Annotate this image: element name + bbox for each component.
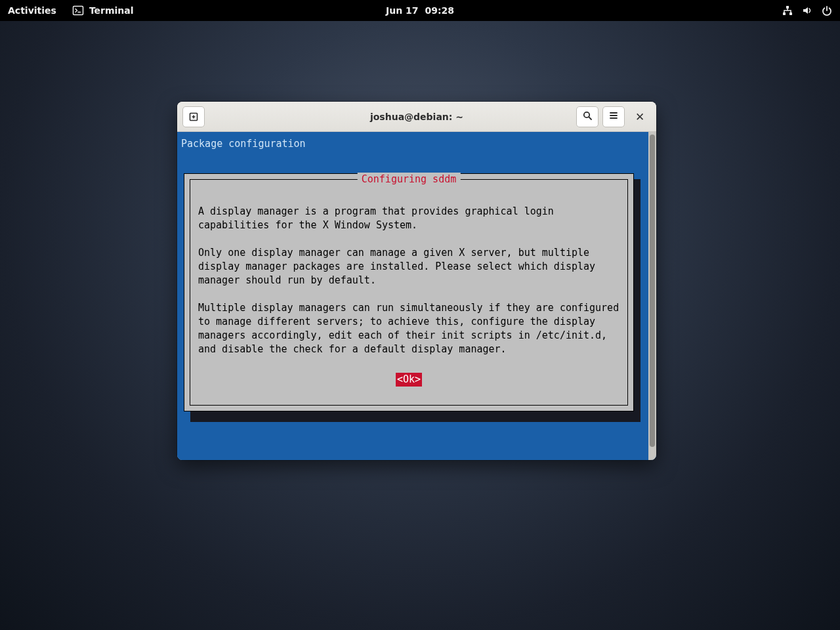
hamburger-icon — [608, 110, 619, 123]
close-button[interactable]: ✕ — [629, 106, 651, 127]
clock-time: 09:28 — [425, 5, 454, 16]
svg-rect-2 — [786, 6, 789, 9]
window-title: joshua@debian: ~ — [370, 112, 463, 122]
svg-rect-0 — [73, 7, 83, 15]
clock-date: Jun 17 — [386, 5, 419, 16]
active-app-label: Terminal — [89, 5, 134, 16]
topbar-left: Activities Terminal — [8, 5, 134, 16]
window-titlebar[interactable]: joshua@debian: ~ — [177, 102, 656, 132]
terminal-window: joshua@debian: ~ — [177, 102, 656, 460]
tui-paragraph: Only one display manager can manage a gi… — [198, 246, 620, 287]
terminal-app-icon — [72, 5, 84, 16]
new-tab-button[interactable] — [182, 106, 205, 127]
tui-paragraph: A display manager is a program that prov… — [198, 205, 620, 232]
svg-rect-4 — [789, 12, 792, 15]
ok-button[interactable]: <Ok> — [396, 373, 422, 387]
terminal-viewport[interactable]: Package configuration Configuring sddm A… — [177, 132, 648, 460]
hamburger-menu-button[interactable] — [602, 106, 625, 127]
network-icon — [782, 5, 793, 16]
clock[interactable]: Jun 17 09:28 — [386, 5, 454, 16]
tui-button-row: <Ok> — [198, 370, 620, 387]
power-icon — [822, 5, 832, 16]
search-icon — [582, 110, 593, 123]
debconf-header: Package configuration — [181, 137, 644, 151]
system-status-area[interactable] — [782, 5, 832, 16]
terminal-body-wrap: Package configuration Configuring sddm A… — [177, 132, 656, 460]
svg-line-9 — [589, 117, 591, 119]
activities-button[interactable]: Activities — [8, 5, 56, 16]
tui-paragraph: Multiple display managers can run simult… — [198, 301, 620, 356]
gnome-top-panel: Activities Terminal Jun 17 09:28 — [0, 0, 840, 21]
tui-dialog: Configuring sddm A display manager is a … — [184, 173, 634, 411]
active-app-menu[interactable]: Terminal — [72, 5, 134, 16]
tui-dialog-inner: Configuring sddm A display manager is a … — [190, 179, 628, 406]
close-icon: ✕ — [635, 110, 644, 123]
search-button[interactable] — [576, 106, 598, 127]
volume-icon — [802, 5, 812, 16]
tui-dialog-title: Configuring sddm — [358, 173, 461, 186]
svg-rect-3 — [783, 12, 786, 15]
terminal-scrollbar[interactable] — [648, 132, 656, 460]
